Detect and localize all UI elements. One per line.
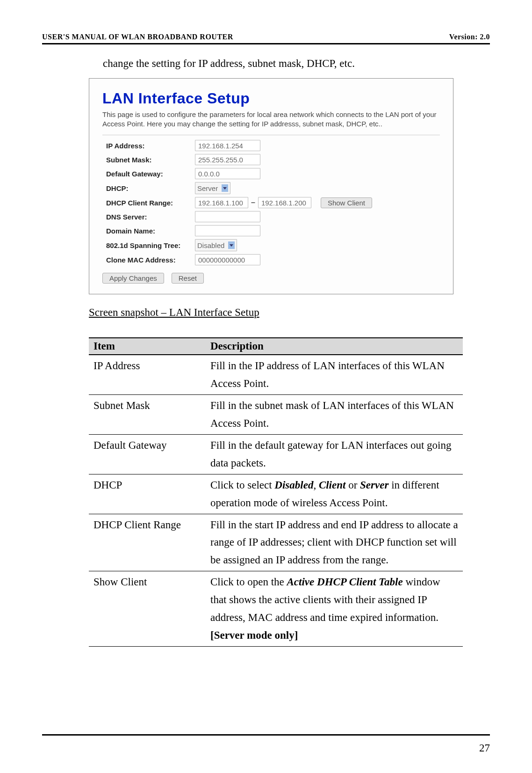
clone-mac-input[interactable]: [195, 254, 260, 265]
header-rule: [42, 43, 490, 44]
dhcp-range-end-input[interactable]: [258, 197, 311, 208]
table-cell-item: DHCP: [89, 474, 206, 514]
table-cell-item: Show Client: [89, 571, 206, 647]
table-cell-desc: Click to open the Active DHCP Client Tab…: [206, 571, 463, 647]
label-dhcp-range: DHCP Client Range:: [102, 199, 195, 207]
table-row: Default GatewayFill in the default gatew…: [89, 434, 463, 474]
header-right: Version: 2.0: [449, 33, 490, 41]
screenshot-caption: Screen snapshot – LAN Interface Setup: [89, 306, 490, 319]
table-row: Show ClientClick to open the Active DHCP…: [89, 571, 463, 647]
screenshot-box: LAN Interface Setup This page is used to…: [89, 78, 453, 294]
table-row: DHCPClick to select Disabled, Client or …: [89, 474, 463, 514]
table-row: DHCP Client RangeFill in the start IP ad…: [89, 514, 463, 571]
dhcp-select[interactable]: Server: [195, 182, 230, 194]
label-default-gateway: Default Gateway:: [102, 170, 195, 178]
header-left: USER'S MANUAL OF WLAN BROADBAND ROUTER: [42, 33, 233, 41]
label-spanning-tree: 802.1d Spanning Tree:: [102, 241, 195, 249]
subnet-mask-input[interactable]: [195, 154, 260, 165]
label-dhcp: DHCP:: [102, 184, 195, 192]
screenshot-rule: [102, 135, 440, 135]
spanning-tree-value: Disabled: [197, 241, 224, 249]
dns-server-input[interactable]: [195, 211, 260, 222]
label-dns: DNS Server:: [102, 213, 195, 221]
ip-address-input[interactable]: [195, 140, 260, 151]
domain-name-input[interactable]: [195, 225, 260, 236]
dhcp-select-value: Server: [197, 184, 218, 192]
label-ip: IP Address:: [102, 142, 195, 150]
table-cell-desc: Fill in the subnet mask of LAN interface…: [206, 394, 463, 434]
description-table: Item Description IP AddressFill in the I…: [89, 337, 463, 647]
table-cell-desc: Fill in the start IP address and end IP …: [206, 514, 463, 571]
table-head-item: Item: [89, 338, 206, 355]
table-head-desc: Description: [206, 338, 463, 355]
chevron-down-icon: [228, 241, 235, 249]
table-row: IP AddressFill in the IP address of LAN …: [89, 355, 463, 394]
range-dash: –: [251, 198, 255, 207]
spanning-tree-select[interactable]: Disabled: [195, 239, 237, 251]
table-cell-desc: Click to select Disabled, Client or Serv…: [206, 474, 463, 514]
page-number: 27: [479, 742, 490, 754]
table-cell-desc: Fill in the IP address of LAN interfaces…: [206, 355, 463, 394]
table-cell-item: IP Address: [89, 355, 206, 394]
label-domain: Domain Name:: [102, 227, 195, 235]
table-cell-item: Subnet Mask: [89, 394, 206, 434]
table-cell-item: Default Gateway: [89, 434, 206, 474]
apply-changes-button[interactable]: Apply Changes: [102, 273, 164, 284]
intro-text: change the setting for IP address, subne…: [103, 58, 490, 70]
table-cell-item: DHCP Client Range: [89, 514, 206, 571]
default-gateway-input[interactable]: [195, 168, 260, 179]
page-header: USER'S MANUAL OF WLAN BROADBAND ROUTER V…: [42, 33, 490, 41]
table-row: Subnet MaskFill in the subnet mask of LA…: [89, 394, 463, 434]
chevron-down-icon: [222, 184, 228, 192]
label-clone-mac: Clone MAC Address:: [102, 256, 195, 264]
screenshot-desc: This page is used to configure the param…: [102, 110, 440, 128]
table-cell-desc: Fill in the default gateway for LAN inte…: [206, 434, 463, 474]
footer-rule: [42, 734, 490, 736]
dhcp-range-start-input[interactable]: [195, 197, 248, 208]
reset-button[interactable]: Reset: [172, 273, 204, 284]
screenshot-title: LAN Interface Setup: [102, 90, 440, 107]
show-client-button[interactable]: Show Client: [321, 197, 372, 208]
label-subnet-mask: Subnet Mask:: [102, 156, 195, 164]
